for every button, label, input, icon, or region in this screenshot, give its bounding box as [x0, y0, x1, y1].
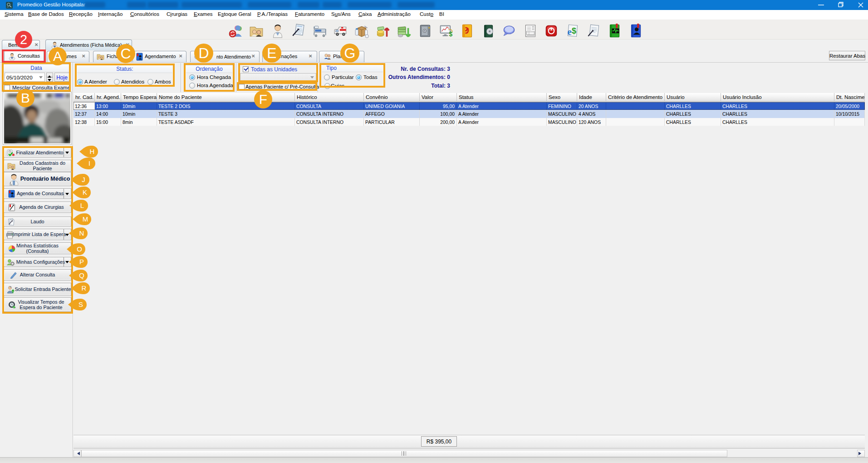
svg-text:Q: Q [79, 271, 84, 279]
svg-text:e: e [567, 26, 571, 37]
svg-text:P: P [79, 258, 84, 266]
svg-text:S: S [78, 300, 83, 308]
svg-text:K: K [83, 188, 87, 196]
svg-text:L: L [80, 202, 84, 209]
svg-text:J: J [82, 176, 85, 183]
svg-text:R: R [82, 284, 87, 292]
svg-text:O: O [77, 245, 82, 253]
svg-text:I: I [88, 159, 90, 167]
svg-text:$: $ [572, 26, 576, 35]
svg-text:M: M [83, 215, 88, 223]
svg-text:H: H [90, 148, 95, 155]
svg-text:N: N [79, 229, 84, 237]
svg-text:$: $ [449, 30, 452, 38]
